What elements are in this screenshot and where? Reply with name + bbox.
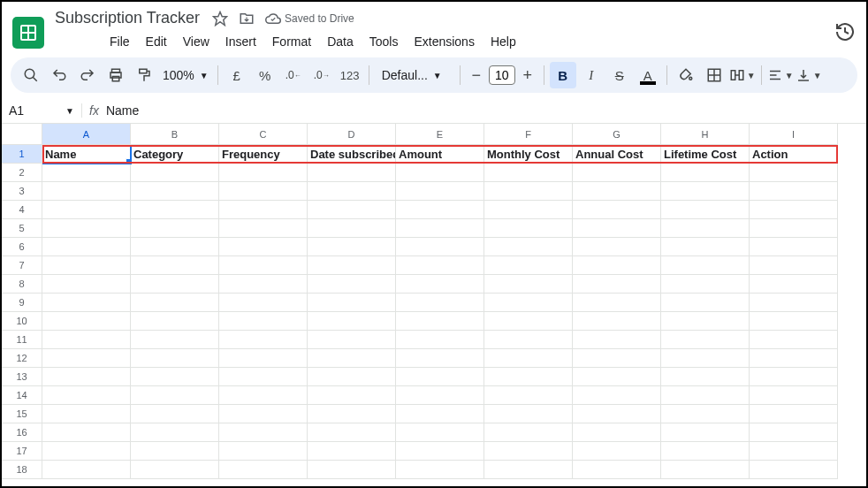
history-icon[interactable] xyxy=(834,21,856,42)
row-header[interactable]: 5 xyxy=(2,219,42,238)
cell[interactable] xyxy=(484,461,573,479)
cell[interactable] xyxy=(219,442,308,461)
select-all-corner[interactable] xyxy=(2,124,42,145)
cell[interactable] xyxy=(131,238,219,256)
cell[interactable] xyxy=(573,294,661,312)
increase-decimal-button[interactable]: .0→ xyxy=(308,62,335,88)
cell[interactable] xyxy=(396,331,484,349)
cell[interactable] xyxy=(219,256,308,275)
cell[interactable] xyxy=(308,201,396,219)
name-box[interactable]: A1 ▼ xyxy=(2,102,81,119)
cell[interactable] xyxy=(219,201,308,219)
text-color-button[interactable]: A xyxy=(635,62,661,88)
cell[interactable] xyxy=(219,461,308,479)
currency-button[interactable]: £ xyxy=(224,62,250,88)
percent-button[interactable]: % xyxy=(252,62,278,88)
cell[interactable] xyxy=(484,219,573,238)
row-header[interactable]: 6 xyxy=(2,238,42,256)
zoom-select[interactable]: 100%▼ xyxy=(159,68,212,82)
cell[interactable] xyxy=(750,349,838,368)
cell[interactable] xyxy=(396,349,484,368)
cell[interactable] xyxy=(484,164,573,182)
cell[interactable] xyxy=(131,219,219,238)
cell[interactable] xyxy=(308,461,396,479)
cell[interactable] xyxy=(396,442,484,461)
cell[interactable] xyxy=(573,368,661,386)
cell[interactable] xyxy=(396,461,484,479)
cell[interactable] xyxy=(42,368,131,386)
menu-edit[interactable]: Edit xyxy=(139,31,174,52)
cell[interactable] xyxy=(42,294,131,312)
cell[interactable] xyxy=(219,219,308,238)
column-header[interactable]: A xyxy=(42,124,131,145)
row-header[interactable]: 15 xyxy=(2,405,42,423)
cell[interactable] xyxy=(396,164,484,182)
cell[interactable]: Annual Cost xyxy=(573,145,661,164)
cell[interactable] xyxy=(396,312,484,331)
cell[interactable] xyxy=(661,349,750,368)
cell[interactable] xyxy=(661,442,750,461)
star-icon[interactable] xyxy=(212,11,228,27)
cell[interactable] xyxy=(750,312,838,331)
cell[interactable] xyxy=(131,275,219,294)
cell[interactable] xyxy=(308,219,396,238)
row-header[interactable]: 9 xyxy=(2,294,42,312)
cell[interactable] xyxy=(131,442,219,461)
cell[interactable] xyxy=(573,256,661,275)
fill-color-button[interactable] xyxy=(673,62,699,88)
cell[interactable] xyxy=(42,238,131,256)
column-header[interactable]: F xyxy=(484,124,573,145)
cell[interactable] xyxy=(308,423,396,442)
cell[interactable] xyxy=(42,442,131,461)
cell[interactable] xyxy=(42,461,131,479)
cell[interactable] xyxy=(661,275,750,294)
cell[interactable] xyxy=(42,312,131,331)
cell[interactable] xyxy=(573,331,661,349)
bold-button[interactable]: B xyxy=(550,62,576,88)
cell[interactable] xyxy=(396,256,484,275)
cell[interactable] xyxy=(308,256,396,275)
cell[interactable] xyxy=(573,442,661,461)
cell[interactable] xyxy=(573,461,661,479)
cell[interactable] xyxy=(396,405,484,423)
cell[interactable] xyxy=(219,423,308,442)
cell[interactable]: Amount xyxy=(396,145,484,164)
menu-insert[interactable]: Insert xyxy=(218,31,263,52)
italic-button[interactable]: I xyxy=(578,62,605,88)
cell[interactable] xyxy=(750,182,838,201)
cell[interactable] xyxy=(661,405,750,423)
cell[interactable] xyxy=(131,368,219,386)
paint-format-icon[interactable] xyxy=(131,62,157,88)
cell[interactable] xyxy=(661,256,750,275)
cell[interactable] xyxy=(484,423,573,442)
column-header[interactable]: C xyxy=(219,124,308,145)
row-header[interactable]: 7 xyxy=(2,256,42,275)
row-header[interactable]: 18 xyxy=(2,461,42,479)
cell[interactable] xyxy=(131,312,219,331)
row-header[interactable]: 4 xyxy=(2,201,42,219)
cell[interactable] xyxy=(219,405,308,423)
cell[interactable] xyxy=(750,275,838,294)
formula-bar[interactable]: fx Name xyxy=(81,103,866,118)
more-formats-button[interactable]: 123 xyxy=(337,62,363,88)
cell[interactable] xyxy=(750,442,838,461)
decrease-font-size-button[interactable]: − xyxy=(466,62,487,88)
column-header[interactable]: E xyxy=(396,124,484,145)
print-icon[interactable] xyxy=(103,62,129,88)
cell[interactable] xyxy=(484,312,573,331)
borders-button[interactable] xyxy=(701,62,727,88)
cell[interactable] xyxy=(42,182,131,201)
cell[interactable] xyxy=(131,201,219,219)
cell[interactable] xyxy=(42,386,131,405)
menu-tools[interactable]: Tools xyxy=(362,31,406,52)
row-header[interactable]: 14 xyxy=(2,386,42,405)
row-header[interactable]: 8 xyxy=(2,275,42,294)
cell[interactable] xyxy=(573,349,661,368)
cell[interactable] xyxy=(661,238,750,256)
menu-extensions[interactable]: Extensions xyxy=(407,31,481,52)
cell[interactable] xyxy=(484,275,573,294)
cell[interactable] xyxy=(131,164,219,182)
cell[interactable] xyxy=(308,275,396,294)
cell[interactable] xyxy=(396,368,484,386)
cell[interactable] xyxy=(396,182,484,201)
